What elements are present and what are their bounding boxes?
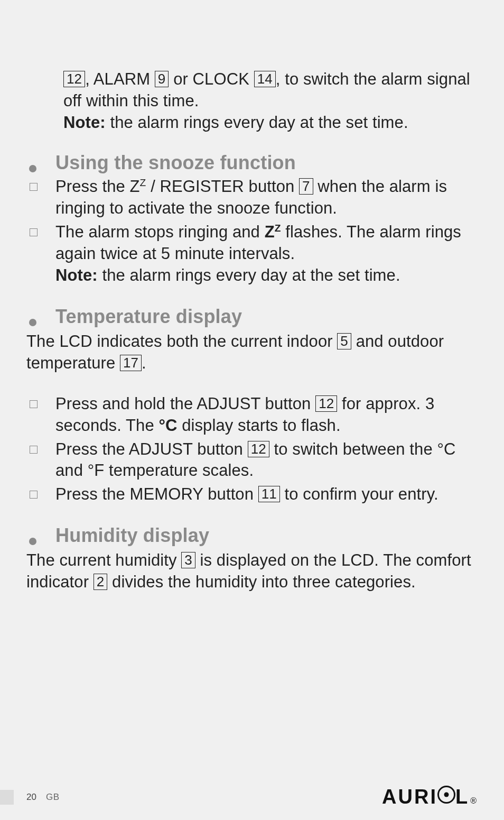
z-superscript: Z <box>140 177 146 188</box>
snooze-heading: Using the snooze function <box>55 152 296 174</box>
dot-bullet-icon <box>29 538 36 545</box>
note-text: the alarm rings every day at the set tim… <box>106 113 408 132</box>
ref-box-2: 2 <box>94 574 108 590</box>
text: display starts to flash. <box>177 416 340 435</box>
square-bullet-icon <box>30 491 38 499</box>
ref-box-11: 11 <box>258 486 280 502</box>
square-bullet-icon <box>30 400 38 408</box>
humidity-heading: Humidity display <box>55 524 209 547</box>
temperature-item-1: Press and hold the ADJUST button 12 for … <box>26 393 475 437</box>
snooze-item-1-text: Press the ZZ / REGISTER button 7 when th… <box>55 176 475 219</box>
text: / REGISTER button <box>146 177 299 196</box>
footer-region: GB <box>46 792 60 803</box>
brand-orb-icon <box>437 786 455 804</box>
brand-text-post: L <box>455 786 469 808</box>
ref-box-12: 12 <box>63 71 85 87</box>
temperature-intro: The LCD indicates both the current indoo… <box>26 331 475 374</box>
dot-bullet-icon <box>29 165 36 172</box>
snooze-item-1: Press the ZZ / REGISTER button 7 when th… <box>26 176 475 219</box>
note-label: Note: <box>63 113 106 132</box>
text: . <box>142 354 146 372</box>
note-text: the alarm rings every day at the set tim… <box>98 266 400 284</box>
section-temperature: Temperature display <box>26 306 475 328</box>
ref-box-7: 7 <box>299 178 313 195</box>
ref-box-12: 12 <box>248 441 269 457</box>
temperature-item-2-text: Press the ADJUST button 12 to switch bet… <box>55 439 475 482</box>
text: Press the ADJUST button <box>55 440 248 458</box>
ref-box-3: 3 <box>181 552 195 568</box>
temperature-item-3: Press the MEMORY button 11 to confirm yo… <box>26 484 475 505</box>
text: or CLOCK <box>169 70 254 88</box>
page-footer: 20 GB AURI L ® <box>0 786 504 808</box>
ref-box-17: 17 <box>120 355 142 371</box>
temperature-item-2: Press the ADJUST button 12 to switch bet… <box>26 439 475 482</box>
text: Press the MEMORY button <box>55 485 258 503</box>
text: , ALARM <box>85 70 155 88</box>
text: divides the humidity into three categori… <box>107 573 415 591</box>
z-superscript: Z <box>275 223 281 234</box>
footer-left: 20 GB <box>0 790 59 805</box>
text: to confirm your entry. <box>280 485 438 503</box>
temperature-item-1-text: Press and hold the ADJUST button 12 for … <box>55 393 475 437</box>
text: Press the Z <box>55 177 140 196</box>
ref-box-9: 9 <box>155 71 169 87</box>
text: The current humidity <box>26 551 181 569</box>
page-number: 20 <box>26 792 36 803</box>
square-bullet-icon <box>30 446 38 454</box>
zz-bold: ZZ <box>265 223 281 241</box>
deg-c-bold: °C <box>158 416 177 435</box>
brand-text-pre: AURI <box>382 786 437 808</box>
temperature-item-3-text: Press the MEMORY button 11 to confirm yo… <box>55 484 475 505</box>
snooze-item-2-text: The alarm stops ringing and ZZ flashes. … <box>55 222 475 287</box>
ref-box-12: 12 <box>315 395 337 412</box>
square-bullet-icon <box>30 183 38 191</box>
page-container: 12, ALARM 9 or CLOCK 14, to switch the a… <box>0 0 504 820</box>
humidity-paragraph: The current humidity 3 is displayed on t… <box>26 550 475 593</box>
note-label: Note: <box>55 266 98 284</box>
ref-box-14: 14 <box>254 71 276 87</box>
dot-bullet-icon <box>29 319 36 326</box>
text: The alarm stops ringing and <box>55 223 265 241</box>
square-bullet-icon <box>30 228 38 236</box>
footer-tab-icon <box>0 790 14 805</box>
brand-logo: AURI L ® <box>382 786 477 808</box>
section-humidity: Humidity display <box>26 524 475 547</box>
ref-box-5: 5 <box>337 333 351 349</box>
section-snooze: Using the snooze function <box>26 152 475 174</box>
text: The LCD indicates both the current indoo… <box>26 332 337 351</box>
text: Press and hold the ADJUST button <box>55 394 315 413</box>
brand-registered-icon: ® <box>470 796 477 806</box>
continuation-paragraph: 12, ALARM 9 or CLOCK 14, to switch the a… <box>26 69 475 134</box>
snooze-item-2: The alarm stops ringing and ZZ flashes. … <box>26 222 475 287</box>
temperature-heading: Temperature display <box>55 306 242 328</box>
